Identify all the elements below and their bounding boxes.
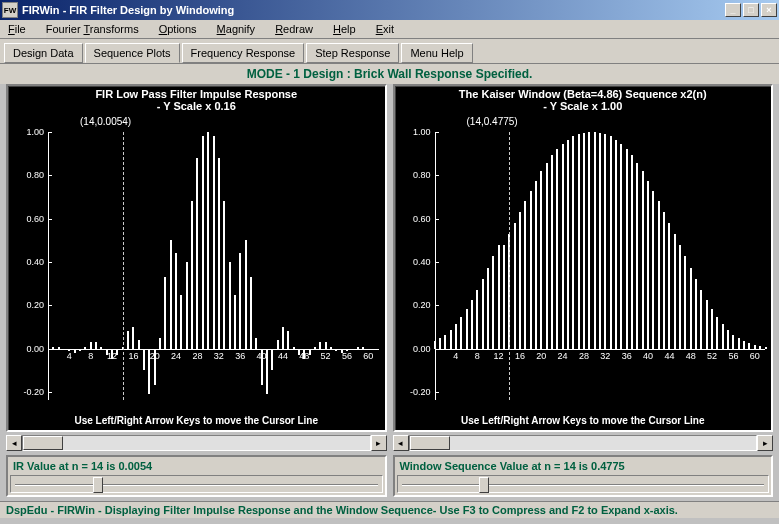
chart-subtitle: - Y Scale x 1.00 (395, 100, 772, 112)
scroll-track[interactable] (409, 435, 758, 451)
right-scrollbar[interactable]: ◂ ▸ (393, 435, 774, 451)
ir-value-slider[interactable] (10, 475, 383, 493)
app-icon: FW (2, 2, 18, 18)
scroll-right-button[interactable]: ▸ (757, 435, 773, 451)
scroll-left-button[interactable]: ◂ (6, 435, 22, 451)
close-button[interactable]: × (761, 3, 777, 17)
cursor-value-label: (14,0.4775) (467, 116, 518, 127)
slider-thumb[interactable] (93, 477, 103, 493)
mode-line: MODE - 1 Design : Brick Wall Response Sp… (0, 64, 779, 84)
chart-footer: Use Left/Right Arrow Keys to move the Cu… (395, 415, 772, 426)
menu-options[interactable]: Options (155, 22, 201, 36)
plot-area[interactable]: -0.200.000.200.400.600.801.0048121620242… (18, 128, 381, 406)
menu-redraw[interactable]: Redraw (271, 22, 317, 36)
menu-exit[interactable]: Exit (372, 22, 398, 36)
slider-thumb[interactable] (479, 477, 489, 493)
chart-footer: Use Left/Right Arrow Keys to move the Cu… (8, 415, 385, 426)
tab-bar: Design Data Sequence Plots Frequency Res… (0, 39, 779, 64)
window-title: FIRWin - FIR Filter Design by Windowing (22, 4, 725, 16)
tab-step-response[interactable]: Step Response (306, 43, 399, 63)
menu-help[interactable]: Help (329, 22, 360, 36)
window-value-panel: Window Sequence Value at n = 14 is 0.477… (393, 455, 774, 497)
plot-area[interactable]: -0.200.000.200.400.600.801.0048121620242… (405, 128, 768, 406)
maximize-button[interactable]: □ (743, 3, 759, 17)
menu-fourier[interactable]: Fourier Transforms (42, 22, 143, 36)
chart-kaiser-window: The Kaiser Window (Beta=4.86) Sequence x… (393, 84, 774, 432)
window-value-text: Window Sequence Value at n = 14 is 0.477… (397, 459, 770, 473)
ir-value-panel: IR Value at n = 14 is 0.0054 (6, 455, 387, 497)
chart-title: The Kaiser Window (Beta=4.86) Sequence x… (395, 86, 772, 100)
scroll-left-button[interactable]: ◂ (393, 435, 409, 451)
scroll-thumb[interactable] (23, 436, 63, 450)
tab-menu-help[interactable]: Menu Help (401, 43, 472, 63)
ir-value-text: IR Value at n = 14 is 0.0054 (10, 459, 383, 473)
window-titlebar: FW FIRWin - FIR Filter Design by Windowi… (0, 0, 779, 20)
menu-file[interactable]: File (4, 22, 30, 36)
menu-bar: File Fourier Transforms Options Magnify … (0, 20, 779, 39)
status-bar: DspEdu - FIRWin - Displaying Filter Impu… (0, 501, 779, 518)
scroll-track[interactable] (22, 435, 371, 451)
left-scrollbar[interactable]: ◂ ▸ (6, 435, 387, 451)
window-value-slider[interactable] (397, 475, 770, 493)
cursor-value-label: (14,0.0054) (80, 116, 131, 127)
tab-design-data[interactable]: Design Data (4, 43, 83, 63)
scroll-thumb[interactable] (410, 436, 450, 450)
scroll-right-button[interactable]: ▸ (371, 435, 387, 451)
minimize-button[interactable]: _ (725, 3, 741, 17)
tab-sequence-plots[interactable]: Sequence Plots (85, 43, 180, 63)
chart-subtitle: - Y Scale x 0.16 (8, 100, 385, 112)
tab-frequency-response[interactable]: Frequency Response (182, 43, 305, 63)
chart-title: FIR Low Pass Filter Impulse Response (8, 86, 385, 100)
menu-magnify[interactable]: Magnify (213, 22, 260, 36)
chart-impulse-response: FIR Low Pass Filter Impulse Response - Y… (6, 84, 387, 432)
